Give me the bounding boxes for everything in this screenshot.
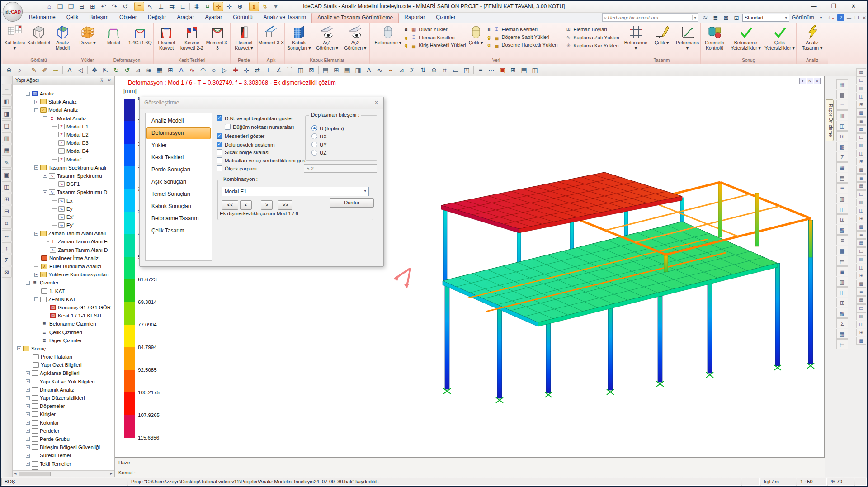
right-toolbar-button[interactable]: ⊞ xyxy=(856,329,866,336)
tab-objeler[interactable]: Objeler xyxy=(114,13,142,23)
status-scale[interactable]: 1 : 50 xyxy=(797,478,827,486)
tree-item[interactable]: +Yapı Kat ve Yük Bilgileri xyxy=(13,378,114,386)
radio-row[interactable]: UY xyxy=(311,142,327,147)
toolbar-button[interactable]: ▤ xyxy=(320,65,331,75)
ribbon-link[interactable]: g⌶Eleman Kesitleri xyxy=(403,34,466,40)
toolbar-button[interactable]: ∿ xyxy=(374,65,385,75)
left-strip-button[interactable]: ⊞ xyxy=(2,194,12,204)
tree-expander[interactable]: + xyxy=(26,404,30,408)
right-toolbar-button[interactable]: ▤ xyxy=(836,90,848,99)
tree-item[interactable]: +Dinamik Analiz xyxy=(13,386,114,394)
right-toolbar-button[interactable]: ⊞ xyxy=(856,272,866,279)
toolbar-button[interactable]: ⌗ xyxy=(439,65,450,75)
toolbar-button[interactable]: ⊿ xyxy=(396,65,407,75)
toolbar-button[interactable]: ◰ xyxy=(461,65,472,75)
tree-expander[interactable]: − xyxy=(26,281,30,285)
toolbar-button[interactable]: ▦ xyxy=(154,65,165,75)
right-toolbar-button[interactable]: ◫ xyxy=(836,121,848,131)
tree-item[interactable]: ∿Zaman Tanım Alanı D xyxy=(13,246,114,254)
toolbar-button[interactable]: Σ xyxy=(407,65,418,75)
tree-item[interactable]: +Açıklama Bilgileri xyxy=(13,369,114,377)
right-toolbar-button[interactable]: ≣ xyxy=(856,174,866,182)
toolbar-button[interactable]: ◠ xyxy=(198,65,208,75)
ribbon-link[interactable]: ⊞Eleman Boyları xyxy=(557,26,619,32)
dialog-checkbox-row[interactable]: D.N. ve rijit bağlantıları göster xyxy=(217,115,293,121)
dialog-nav--elik-tasar-m[interactable]: Çelik Tasarım xyxy=(146,225,211,237)
toolbar-button[interactable]: ⋯ xyxy=(486,65,497,75)
restore-button[interactable]: ❐ xyxy=(824,1,844,12)
right-toolbar-button[interactable]: ▤ xyxy=(856,190,866,198)
chevron-down-icon[interactable]: ▾ xyxy=(692,15,698,20)
tree-hscrollbar[interactable]: ◄ ► xyxy=(13,470,114,477)
tree-expander[interactable]: + xyxy=(26,429,30,433)
left-strip-button[interactable]: ✎ xyxy=(2,157,12,168)
view-tool-icon[interactable]: 🗝 xyxy=(827,14,836,21)
tree-item[interactable]: ∿Ey xyxy=(13,205,114,213)
right-toolbar-button[interactable]: ≣ xyxy=(856,288,866,296)
dialog-checkbox-row[interactable]: Düğüm noktası numaraları xyxy=(225,124,294,130)
toolbar-button[interactable]: ⌕ xyxy=(14,65,25,75)
right-toolbar-button[interactable]: ▥ xyxy=(856,255,866,263)
ribbon-link[interactable]: d▦Duvar Yükleri xyxy=(403,26,466,32)
ribbon-button[interactable]: Moment 3-3 xyxy=(258,24,284,46)
mode-step-button[interactable]: > xyxy=(261,200,273,210)
right-toolbar-button[interactable]: ▥ xyxy=(856,85,866,92)
tree-expander[interactable]: + xyxy=(26,454,30,458)
tree-expander[interactable]: − xyxy=(17,346,21,350)
right-toolbar-button[interactable]: ◫ xyxy=(856,264,866,271)
tree-item[interactable]: ∿DSF1 xyxy=(13,180,114,188)
right-toolbar-button[interactable]: ≣ xyxy=(856,117,866,125)
status-unit[interactable]: kgf / m xyxy=(761,478,796,486)
right-toolbar-button[interactable]: ◫ xyxy=(836,204,848,214)
right-toolbar-button[interactable]: ◫ xyxy=(856,207,866,214)
status-zoom[interactable]: % 70 xyxy=(828,478,854,486)
right-toolbar-button[interactable]: ≣ xyxy=(836,266,848,276)
ribbon-link[interactable]: ✳Kaplama Kar Yükleri xyxy=(557,43,619,48)
tree-expander[interactable]: + xyxy=(34,100,38,104)
right-toolbar-button[interactable]: ▩ xyxy=(856,223,866,231)
right-toolbar-button[interactable]: ▦ xyxy=(856,182,866,190)
ribbon-link[interactable]: ∿Kaplama Zati Yükleri xyxy=(557,34,619,40)
toolbar-button[interactable]: ⇄ xyxy=(252,65,263,75)
ribbon-button[interactable]: Çelik ▾ xyxy=(649,24,675,46)
radio-button[interactable] xyxy=(311,150,317,156)
resize-grip[interactable] xyxy=(855,478,867,486)
tree-item[interactable]: ΣModal E2 xyxy=(13,131,114,139)
toolbar-button[interactable]: ▷ xyxy=(219,65,230,75)
right-toolbar-button[interactable]: ▤ xyxy=(836,173,848,183)
toolbar-button[interactable]: ⌒ xyxy=(284,65,295,75)
toolbar-button[interactable]: ∿ xyxy=(187,65,198,75)
left-strip-button[interactable]: ▣ xyxy=(2,169,12,180)
right-toolbar-button[interactable]: ≣ xyxy=(856,231,866,239)
toolbar-button[interactable]: ⇅ xyxy=(418,65,429,75)
toolbar-button[interactable]: ◫ xyxy=(295,65,306,75)
ribbon-button[interactable]: Moment 3-3 xyxy=(205,24,230,51)
right-toolbar-button[interactable]: ◫ xyxy=(856,93,866,100)
report-preview-tab[interactable]: Rapor Önizleme xyxy=(826,99,834,141)
tree-item[interactable]: +Statik Analiz xyxy=(13,98,114,106)
tree-item[interactable]: ΣModal E1 xyxy=(13,123,114,131)
dialog-checkbox-row[interactable]: Ölçek çarpanı : xyxy=(217,165,259,171)
tree-expander[interactable]: − xyxy=(34,108,38,112)
minimize-button[interactable]: — xyxy=(804,1,824,12)
tab--izimler[interactable]: Çizimler xyxy=(430,13,461,23)
right-toolbar-button[interactable]: ▤ xyxy=(856,247,866,255)
dialog-checkbox-row[interactable]: Mafsalları ve uç serbestliklerini gös xyxy=(217,157,305,163)
tree-item[interactable]: ∿Ex' xyxy=(13,213,114,221)
ribbon-button[interactable]: Betonarme ▾ xyxy=(623,24,649,51)
tree-item[interactable]: Yapı Özet Bilgileri xyxy=(13,361,114,369)
left-strip-button[interactable]: ⊟ xyxy=(2,206,12,217)
tree-item[interactable]: Nonlineer İtme Analizi xyxy=(13,254,114,262)
toolbar-button[interactable]: ◨ xyxy=(353,65,363,75)
toolbar-button[interactable]: ✎ xyxy=(28,65,39,75)
tree-item[interactable]: +Döşemeler xyxy=(13,402,114,410)
right-toolbar-button[interactable]: ▦ xyxy=(836,329,848,339)
right-toolbar-button[interactable]: ▩ xyxy=(856,280,866,288)
idecad-logo[interactable]: ideCAD xyxy=(3,2,23,22)
toolbar-button[interactable]: ⊥ xyxy=(263,65,274,75)
ribbon-button[interactable]: Aş2 Görünen ▾ xyxy=(341,24,369,51)
toolbar-button[interactable]: ↺ xyxy=(122,65,132,75)
close-icon[interactable]: ✕ xyxy=(374,99,379,106)
tree-item[interactable]: +Birleşim Bölgesi Güvenliği xyxy=(13,443,114,451)
right-toolbar-button[interactable]: ▤ xyxy=(836,256,848,266)
